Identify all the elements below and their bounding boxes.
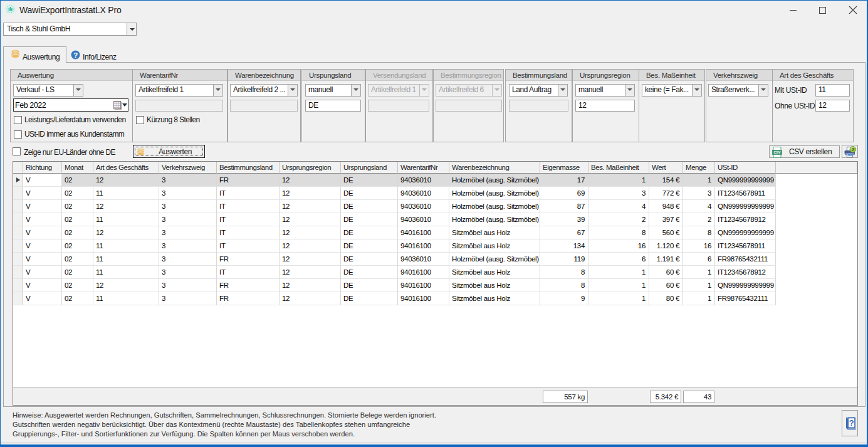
svg-text:?: ? <box>73 51 78 59</box>
svg-text:?: ? <box>849 418 854 428</box>
svg-text:CSV: CSV <box>773 150 780 154</box>
svg-text:?: ? <box>852 147 855 152</box>
